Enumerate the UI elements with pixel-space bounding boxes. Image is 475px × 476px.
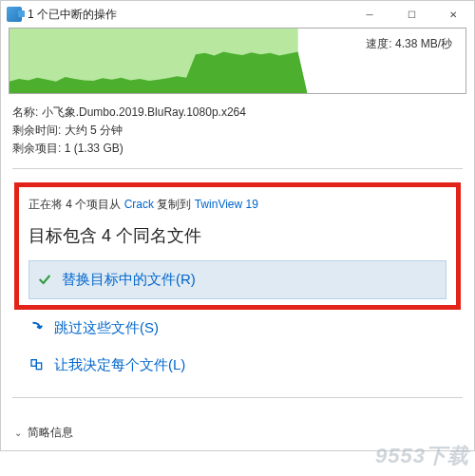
copy-mid: 复制到 — [154, 198, 195, 211]
minimize-button[interactable]: ─ — [349, 1, 390, 28]
skip-label: 跳过这些文件(S) — [54, 319, 159, 337]
titlebar: 1 个已中断的操作 ─ ☐ ✕ — [1, 1, 474, 28]
remaining-time-value: 大约 5 分钟 — [65, 124, 123, 137]
copy-prefix: 正在将 4 个项目从 — [28, 198, 124, 211]
remaining-items-value: 1 (1.33 GB) — [65, 142, 124, 155]
remaining-time-label: 剩余时间: — [12, 124, 61, 137]
transfer-info: 名称: 小飞象.Dumbo.2019.BluRay.1080p.x264 剩余时… — [1, 100, 474, 168]
source-link[interactable]: Crack — [124, 198, 154, 211]
replace-label: 替换目标中的文件(R) — [62, 271, 196, 289]
close-button[interactable]: ✕ — [432, 1, 474, 28]
watermark: 9553下载 — [375, 442, 469, 470]
ask-option[interactable]: 让我决定每个文件(L) — [22, 347, 453, 384]
svg-rect-1 — [31, 360, 36, 367]
speed-row: 速度: 4.38 MB/秒 — [356, 32, 462, 56]
replace-option[interactable]: 替换目标中的文件(R) — [28, 260, 446, 299]
dest-link[interactable]: TwinView 19 — [195, 198, 258, 211]
remaining-items-label: 剩余项目: — [12, 142, 61, 155]
name-value: 小飞象.Dumbo.2019.BluRay.1080p.x264 — [42, 105, 246, 119]
svg-rect-2 — [36, 363, 41, 370]
chevron-down-icon[interactable]: ⌄ — [14, 428, 22, 438]
divider — [12, 168, 463, 169]
speed-label: 速度: — [366, 36, 391, 52]
maximize-button[interactable]: ☐ — [390, 1, 432, 28]
app-icon — [7, 7, 22, 22]
speed-value: 4.38 MB/秒 — [395, 36, 452, 52]
file-copy-dialog: 1 个已中断的操作 ─ ☐ ✕ 速度: 4.38 MB/秒 名称: 小飞象.Du… — [0, 0, 475, 451]
ask-label: 让我决定每个文件(L) — [54, 356, 185, 374]
skip-option[interactable]: 跳过这些文件(S) — [22, 310, 453, 347]
less-info-link[interactable]: 简略信息 — [28, 425, 73, 441]
copy-description: 正在将 4 个项目从 Crack 复制到 TwinView 19 — [28, 197, 446, 213]
highlight-frame: 正在将 4 个项目从 Crack 复制到 TwinView 19 目标包含 4 … — [14, 182, 461, 310]
name-label: 名称: — [12, 105, 38, 119]
divider-2 — [12, 397, 463, 398]
conflict-headline: 目标包含 4 个同名文件 — [28, 224, 446, 247]
window-title: 1 个已中断的操作 — [28, 7, 349, 23]
skip-icon — [28, 319, 47, 336]
check-icon — [35, 272, 54, 287]
compare-icon — [28, 357, 47, 372]
